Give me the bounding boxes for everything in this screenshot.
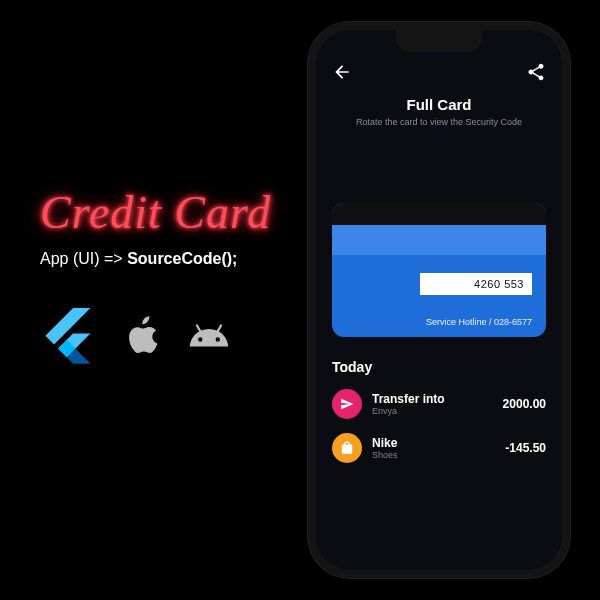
flutter-icon [40,308,96,368]
tagline-arrow: => [100,250,128,267]
transaction-row[interactable]: NikeShoes-145.50 [332,433,546,463]
apple-icon [124,315,160,361]
tagline: App (UI) => SourceCode(); [40,250,300,268]
card-hotline: Service Hotline / 028-6577 [426,317,532,327]
neon-title: Credit Card [40,190,300,236]
card-signature-panel: 4260 553 [420,273,532,295]
transaction-body: Transfer intoEnvya [372,392,493,416]
phone-mockup: Full Card Rotate the card to view the Se… [308,22,570,578]
credit-card-back[interactable]: 4260 553 Service Hotline / 028-6577 [332,203,546,337]
card-band [332,225,546,255]
transaction-row[interactable]: Transfer intoEnvya2000.00 [332,389,546,419]
transaction-amount: 2000.00 [503,397,546,411]
tagline-src: SourceCode(); [127,250,237,267]
platform-icons [40,308,300,368]
back-icon[interactable] [332,62,352,86]
android-icon [188,315,230,361]
transaction-icon [332,389,362,419]
transaction-title: Transfer into [372,392,493,406]
transaction-icon [332,433,362,463]
transaction-amount: -145.50 [505,441,546,455]
phone-notch [396,30,482,52]
page-title: Full Card [332,96,546,113]
card-magstripe [332,203,546,225]
promo-panel: Credit Card App (UI) => SourceCode(); [40,190,300,368]
share-icon[interactable] [526,62,546,86]
top-bar [332,60,546,88]
app-screen: Full Card Rotate the card to view the Se… [316,30,562,570]
transaction-sub: Envya [372,406,493,416]
transaction-sub: Shoes [372,450,495,460]
tagline-app: App [40,250,73,267]
transactions-heading: Today [332,359,546,375]
tagline-ui: (UI) [73,250,100,267]
page-subtitle: Rotate the card to view the Security Cod… [332,117,546,127]
transaction-body: NikeShoes [372,436,495,460]
screen-header: Full Card Rotate the card to view the Se… [332,96,546,127]
transactions-list: Transfer intoEnvya2000.00NikeShoes-145.5… [332,389,546,477]
transaction-title: Nike [372,436,495,450]
